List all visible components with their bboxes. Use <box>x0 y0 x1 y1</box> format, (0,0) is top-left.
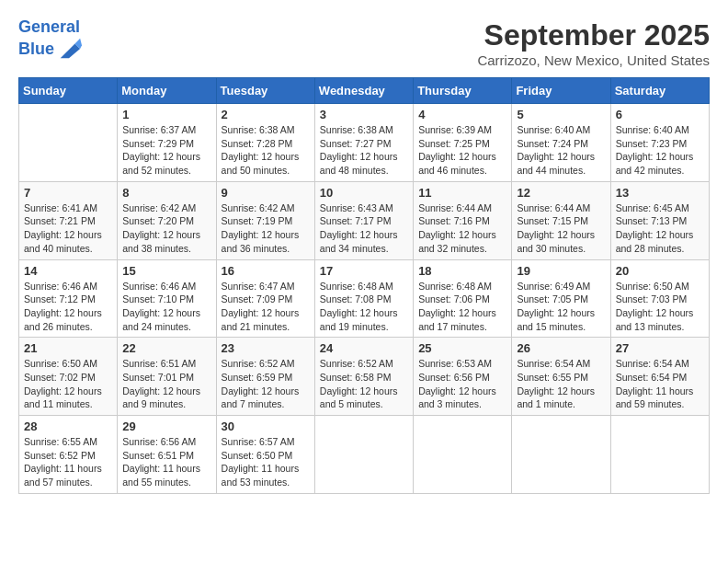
calendar-table: SundayMondayTuesdayWednesdayThursdayFrid… <box>18 77 710 494</box>
logo: General Blue <box>18 18 82 63</box>
day-info: Sunrise: 6:54 AM Sunset: 6:54 PM Dayligh… <box>616 357 704 411</box>
day-info: Sunrise: 6:37 AM Sunset: 7:29 PM Dayligh… <box>122 123 210 178</box>
day-info: Sunrise: 6:42 AM Sunset: 7:20 PM Dayligh… <box>122 201 210 256</box>
calendar-cell: 17Sunrise: 6:48 AM Sunset: 7:08 PM Dayli… <box>314 259 413 338</box>
calendar-cell <box>314 416 413 494</box>
day-info: Sunrise: 6:44 AM Sunset: 7:15 PM Dayligh… <box>517 201 605 256</box>
day-number: 30 <box>222 419 310 433</box>
logo-text: General <box>18 18 82 37</box>
day-info: Sunrise: 6:43 AM Sunset: 7:17 PM Dayligh… <box>320 201 408 256</box>
day-info: Sunrise: 6:38 AM Sunset: 7:27 PM Dayligh… <box>320 123 408 178</box>
calendar-cell: 10Sunrise: 6:43 AM Sunset: 7:17 PM Dayli… <box>314 181 413 259</box>
day-info: Sunrise: 6:54 AM Sunset: 6:55 PM Dayligh… <box>517 357 605 411</box>
day-info: Sunrise: 6:40 AM Sunset: 7:23 PM Dayligh… <box>616 123 704 178</box>
calendar-cell: 28Sunrise: 6:55 AM Sunset: 6:52 PM Dayli… <box>19 416 118 494</box>
day-number: 5 <box>517 108 605 121</box>
day-number: 4 <box>418 108 506 121</box>
calendar-cell: 1Sunrise: 6:37 AM Sunset: 7:29 PM Daylig… <box>118 104 216 182</box>
day-number: 7 <box>24 186 112 200</box>
logo-blue: Blue <box>18 40 54 59</box>
weekday-header-thursday: Thursday <box>414 78 512 104</box>
day-info: Sunrise: 6:57 AM Sunset: 6:50 PM Dayligh… <box>222 435 310 489</box>
calendar-cell: 26Sunrise: 6:54 AM Sunset: 6:55 PM Dayli… <box>512 338 610 416</box>
day-info: Sunrise: 6:48 AM Sunset: 7:08 PM Dayligh… <box>320 280 408 334</box>
day-info: Sunrise: 6:46 AM Sunset: 7:12 PM Dayligh… <box>24 280 112 334</box>
day-number: 3 <box>320 108 408 121</box>
day-number: 1 <box>122 108 210 121</box>
day-number: 8 <box>122 186 210 200</box>
day-number: 19 <box>517 264 605 278</box>
calendar-header-row: SundayMondayTuesdayWednesdayThursdayFrid… <box>19 78 710 104</box>
day-number: 28 <box>24 419 112 433</box>
day-number: 26 <box>517 341 605 355</box>
calendar-cell <box>19 104 118 182</box>
day-info: Sunrise: 6:45 AM Sunset: 7:13 PM Dayligh… <box>616 201 704 256</box>
weekday-header-saturday: Saturday <box>610 78 709 104</box>
day-info: Sunrise: 6:53 AM Sunset: 6:56 PM Dayligh… <box>418 357 506 411</box>
weekday-header-sunday: Sunday <box>19 78 118 104</box>
day-info: Sunrise: 6:52 AM Sunset: 6:59 PM Dayligh… <box>222 357 310 411</box>
svg-marker-0 <box>61 43 80 58</box>
calendar-cell: 8Sunrise: 6:42 AM Sunset: 7:20 PM Daylig… <box>118 181 216 259</box>
calendar-week-4: 21Sunrise: 6:50 AM Sunset: 7:02 PM Dayli… <box>19 338 710 416</box>
calendar-week-5: 28Sunrise: 6:55 AM Sunset: 6:52 PM Dayli… <box>19 416 710 494</box>
calendar-cell <box>414 416 512 494</box>
day-number: 23 <box>222 341 310 355</box>
calendar-cell: 9Sunrise: 6:42 AM Sunset: 7:19 PM Daylig… <box>216 181 314 259</box>
header: General Blue September 2025 Carrizozo, N… <box>18 18 710 68</box>
calendar-cell: 14Sunrise: 6:46 AM Sunset: 7:12 PM Dayli… <box>19 259 118 338</box>
day-number: 2 <box>222 108 310 121</box>
calendar-cell: 12Sunrise: 6:44 AM Sunset: 7:15 PM Dayli… <box>512 181 610 259</box>
day-number: 17 <box>320 264 408 278</box>
day-number: 16 <box>222 264 310 278</box>
day-number: 20 <box>616 264 704 278</box>
calendar-cell: 29Sunrise: 6:56 AM Sunset: 6:51 PM Dayli… <box>118 416 216 494</box>
day-number: 10 <box>320 186 408 200</box>
day-info: Sunrise: 6:51 AM Sunset: 7:01 PM Dayligh… <box>122 357 210 411</box>
calendar-cell: 25Sunrise: 6:53 AM Sunset: 6:56 PM Dayli… <box>414 338 512 416</box>
weekday-header-tuesday: Tuesday <box>216 78 314 104</box>
logo-icon <box>56 37 82 63</box>
calendar-cell: 6Sunrise: 6:40 AM Sunset: 7:23 PM Daylig… <box>610 104 709 182</box>
day-number: 18 <box>418 264 506 278</box>
calendar-cell: 30Sunrise: 6:57 AM Sunset: 6:50 PM Dayli… <box>216 416 314 494</box>
day-info: Sunrise: 6:52 AM Sunset: 6:58 PM Dayligh… <box>320 357 408 411</box>
day-info: Sunrise: 6:56 AM Sunset: 6:51 PM Dayligh… <box>122 435 210 489</box>
calendar-cell: 18Sunrise: 6:48 AM Sunset: 7:06 PM Dayli… <box>414 259 512 338</box>
day-number: 9 <box>222 186 310 200</box>
day-info: Sunrise: 6:46 AM Sunset: 7:10 PM Dayligh… <box>122 280 210 334</box>
calendar-week-2: 7Sunrise: 6:41 AM Sunset: 7:21 PM Daylig… <box>19 181 710 259</box>
calendar-cell: 15Sunrise: 6:46 AM Sunset: 7:10 PM Dayli… <box>118 259 216 338</box>
main-title: September 2025 <box>477 18 710 52</box>
calendar-cell: 21Sunrise: 6:50 AM Sunset: 7:02 PM Dayli… <box>19 338 118 416</box>
day-number: 6 <box>616 108 704 121</box>
title-block: September 2025 Carrizozo, New Mexico, Un… <box>477 18 710 68</box>
calendar-week-3: 14Sunrise: 6:46 AM Sunset: 7:12 PM Dayli… <box>19 259 710 338</box>
weekday-header-monday: Monday <box>118 78 216 104</box>
calendar-cell <box>512 416 610 494</box>
day-number: 12 <box>517 186 605 200</box>
calendar-cell: 27Sunrise: 6:54 AM Sunset: 6:54 PM Dayli… <box>610 338 709 416</box>
subtitle: Carrizozo, New Mexico, United States <box>477 52 710 68</box>
calendar-cell: 23Sunrise: 6:52 AM Sunset: 6:59 PM Dayli… <box>216 338 314 416</box>
day-info: Sunrise: 6:50 AM Sunset: 7:03 PM Dayligh… <box>616 280 704 334</box>
day-info: Sunrise: 6:38 AM Sunset: 7:28 PM Dayligh… <box>222 123 310 178</box>
weekday-header-wednesday: Wednesday <box>314 78 413 104</box>
day-info: Sunrise: 6:50 AM Sunset: 7:02 PM Dayligh… <box>24 357 112 411</box>
calendar-week-1: 1Sunrise: 6:37 AM Sunset: 7:29 PM Daylig… <box>19 104 710 182</box>
calendar-cell: 13Sunrise: 6:45 AM Sunset: 7:13 PM Dayli… <box>610 181 709 259</box>
day-info: Sunrise: 6:44 AM Sunset: 7:16 PM Dayligh… <box>418 201 506 256</box>
day-number: 25 <box>418 341 506 355</box>
calendar-cell: 7Sunrise: 6:41 AM Sunset: 7:21 PM Daylig… <box>19 181 118 259</box>
calendar-cell: 20Sunrise: 6:50 AM Sunset: 7:03 PM Dayli… <box>610 259 709 338</box>
calendar-cell: 4Sunrise: 6:39 AM Sunset: 7:25 PM Daylig… <box>414 104 512 182</box>
day-number: 22 <box>122 341 210 355</box>
day-number: 27 <box>616 341 704 355</box>
day-number: 11 <box>418 186 506 200</box>
calendar-cell: 22Sunrise: 6:51 AM Sunset: 7:01 PM Dayli… <box>118 338 216 416</box>
day-number: 21 <box>24 341 112 355</box>
day-number: 13 <box>616 186 704 200</box>
day-info: Sunrise: 6:40 AM Sunset: 7:24 PM Dayligh… <box>517 123 605 178</box>
weekday-header-friday: Friday <box>512 78 610 104</box>
day-info: Sunrise: 6:41 AM Sunset: 7:21 PM Dayligh… <box>24 201 112 256</box>
